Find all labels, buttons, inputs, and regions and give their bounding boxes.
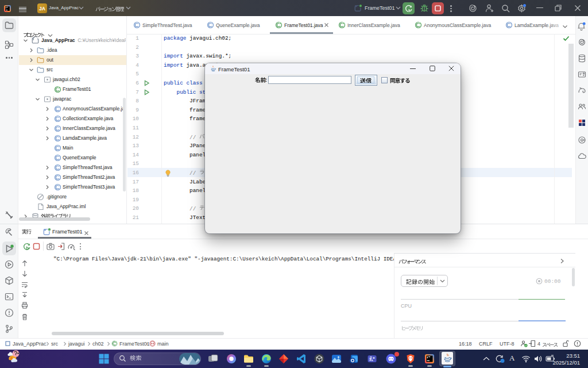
svg-text:T: T — [369, 358, 372, 361]
